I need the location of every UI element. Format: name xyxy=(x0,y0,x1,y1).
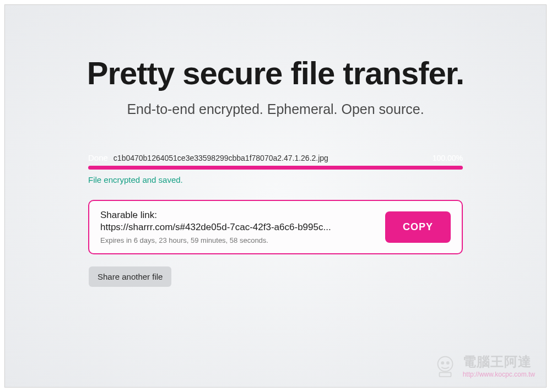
page-title: Pretty secure file transfer. xyxy=(87,55,464,91)
upload-progress-section: Done c1b0470b1264051ce3e33598299cbba1f78… xyxy=(88,153,463,200)
watermark-title: 電腦王阿達 xyxy=(463,353,535,371)
app-frame: Pretty secure file transfer. End-to-end … xyxy=(4,4,547,388)
share-link-content: Sharable link: https://sharrr.com/s#432d… xyxy=(100,210,374,244)
share-link-box: Sharable link: https://sharrr.com/s#432d… xyxy=(88,200,463,254)
watermark-url: http://www.kocpc.com.tw xyxy=(463,371,535,378)
progress-bar xyxy=(88,166,463,170)
watermark-mascot-icon xyxy=(432,352,458,379)
svg-point-2 xyxy=(446,361,450,364)
svg-rect-3 xyxy=(439,372,451,377)
progress-done-label: Done xyxy=(88,153,108,162)
watermark: 電腦王阿達 http://www.kocpc.com.tw xyxy=(432,352,535,379)
page-subtitle: End-to-end encrypted. Ephemeral. Open so… xyxy=(127,101,424,117)
uploaded-filename: c1b0470b1264051ce3e33598299cbba1f78070a2… xyxy=(114,154,427,162)
status-message: File encrypted and saved. xyxy=(88,175,463,184)
copy-button[interactable]: COPY xyxy=(385,211,451,243)
watermark-text: 電腦王阿達 http://www.kocpc.com.tw xyxy=(463,353,535,378)
progress-percent: 100.00% xyxy=(433,154,463,162)
share-link-label: Sharable link: xyxy=(100,210,374,221)
svg-point-1 xyxy=(441,361,444,364)
share-link-expiry: Expires in 6 days, 23 hours, 59 minutes,… xyxy=(100,236,374,244)
share-another-button[interactable]: Share another file xyxy=(89,266,171,287)
svg-point-0 xyxy=(437,357,452,372)
share-link-url[interactable]: https://sharrr.com/s#432de05d-7cac-42f3-… xyxy=(100,222,374,233)
progress-info-row: Done c1b0470b1264051ce3e33598299cbba1f78… xyxy=(88,153,463,162)
